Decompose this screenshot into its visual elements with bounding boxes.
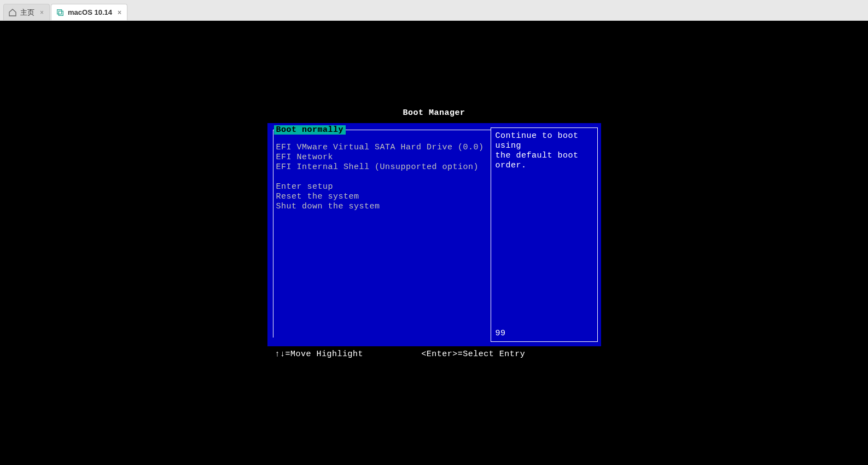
close-icon[interactable]: × [40,9,44,16]
boot-option[interactable]: Reset the system [276,192,484,202]
boot-options-group-1: EFI VMware Virtual SATA Hard Drive (0.0)… [276,143,484,172]
tab-vm-label: macOS 10.14 [68,8,112,16]
vm-icon [56,8,65,17]
boot-option[interactable]: EFI VMware Virtual SATA Hard Drive (0.0) [276,143,484,153]
boot-counter: 99 [496,329,593,338]
svg-rect-1 [59,11,63,15]
boot-description: Continue to boot using the default boot … [496,131,593,329]
boot-description-pane: Continue to boot using the default boot … [491,127,598,342]
tab-home-label: 主页 [20,8,34,18]
boot-option[interactable]: Shut down the system [276,202,484,212]
boot-manager-console: Boot Manager Boot normally EFI VMware Vi… [267,108,601,359]
boot-option-selected[interactable]: Boot normally [274,125,346,135]
boot-title: Boot Manager [267,108,601,118]
home-icon [8,8,17,17]
boot-hints: ↑↓=Move Highlight <Enter>=Select Entry [267,346,601,359]
close-icon[interactable]: × [118,9,121,16]
desc-line: Continue to boot using [496,131,593,151]
boot-option[interactable]: Enter setup [276,182,484,192]
vm-screen[interactable]: Boot Manager Boot normally EFI VMware Vi… [0,21,868,465]
tab-vm[interactable]: macOS 10.14 × [51,4,127,20]
pane-border-left [273,130,273,338]
tab-bar: 主页 × macOS 10.14 × [0,0,868,21]
tab-home[interactable]: 主页 × [3,4,50,20]
svg-rect-0 [57,9,62,14]
boot-menu-pane: Boot normally EFI VMware Virtual SATA Ha… [267,123,491,346]
boot-option[interactable]: EFI Internal Shell (Unsupported option) [276,162,484,172]
boot-option[interactable]: EFI Network [276,153,484,162]
hint-move: ↑↓=Move Highlight [275,350,422,359]
boot-options-group-2: Enter setup Reset the system Shut down t… [276,182,484,212]
hint-enter: <Enter>=Select Entry [421,350,525,359]
desc-line: the default boot order. [496,151,593,171]
boot-panel: Boot normally EFI VMware Virtual SATA Ha… [267,123,601,346]
